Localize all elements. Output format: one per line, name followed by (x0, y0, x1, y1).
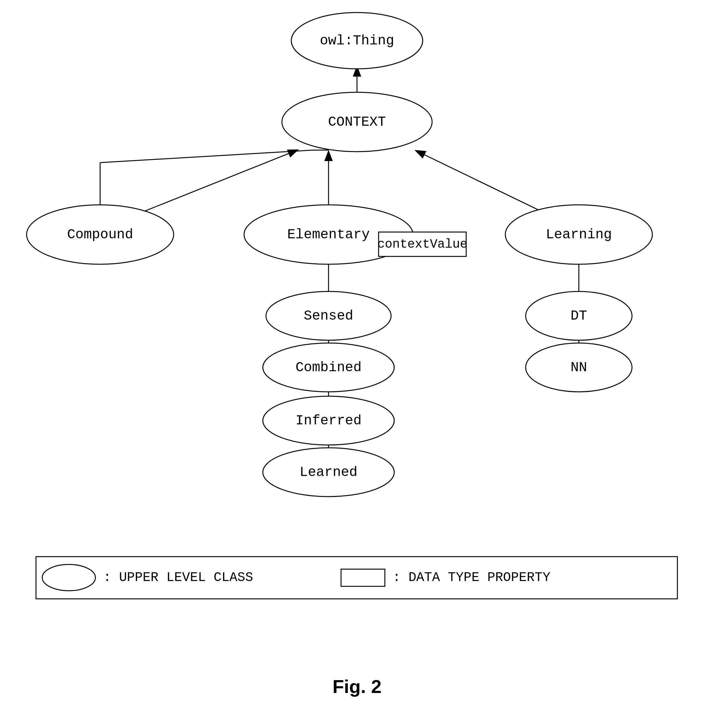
label-elementary: Elementary (287, 227, 370, 242)
fig-label: Fig. 2 (333, 676, 382, 697)
label-sensed: Sensed (304, 308, 353, 324)
legend-ellipse-sample (42, 565, 95, 591)
label-dt: DT (571, 308, 587, 324)
arrow-compound-to-context (125, 150, 297, 219)
label-learned: Learned (300, 464, 358, 480)
label-context: CONTEXT (328, 114, 386, 130)
label-compound: Compound (67, 227, 133, 242)
legend-upper-level-class-label: : UPPER LEVEL CLASS (103, 570, 253, 585)
diagram-container: owl:Thing CONTEXT Compound Elementary co… (0, 0, 714, 728)
main-diagram: owl:Thing CONTEXT Compound Elementary co… (0, 0, 714, 728)
arrow-learning-to-context (416, 151, 557, 219)
legend-rect-sample (341, 569, 385, 586)
label-inferred: Inferred (296, 413, 362, 428)
label-nn: NN (571, 360, 587, 375)
label-owl-thing: owl:Thing (320, 33, 394, 48)
label-context-value: contextValue (377, 237, 468, 252)
label-learning: Learning (546, 227, 612, 242)
label-combined: Combined (296, 360, 362, 375)
legend-data-type-property-label: : DATA TYPE PROPERTY (393, 570, 550, 585)
